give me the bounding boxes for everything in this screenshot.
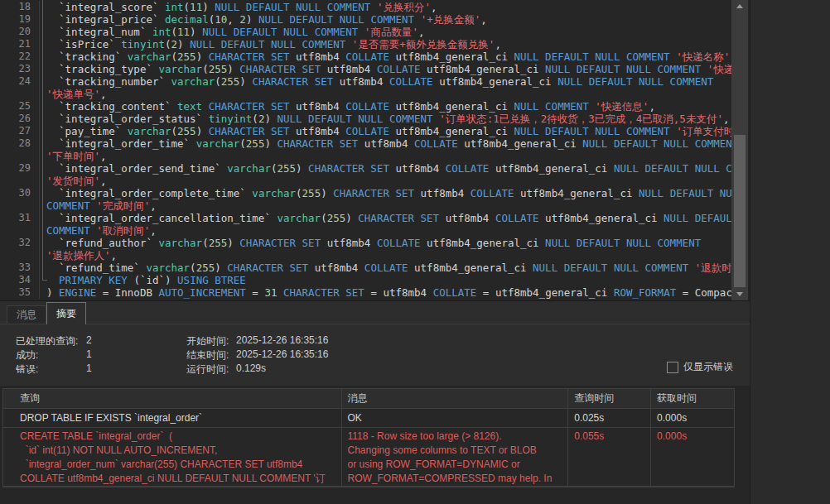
grid-cell: CREATE TABLE `integral_order` ( `id` int… [3, 428, 342, 486]
errors-value: 1 [86, 362, 92, 374]
code-line-text: '下单时间', [40, 150, 731, 162]
code-line: '下单时间', [0, 150, 731, 162]
line-number: 32 [0, 237, 40, 249]
grid-cell: OK [342, 409, 569, 427]
code-line-text: `tracking` varchar(255) CHARACTER SET ut… [40, 50, 731, 63]
scrollbar-thumb[interactable] [734, 135, 746, 287]
success-value: 1 [86, 348, 92, 360]
code-line-text: `pay_time` varchar(255) CHARACTER SET ut… [40, 125, 731, 137]
code-line: 27 `pay_time` varchar(255) CHARACTER SET… [0, 125, 731, 137]
grid-cell: 0.025s [568, 409, 651, 427]
line-number: 18 [0, 1, 40, 13]
tab-summary[interactable]: 摘要 [46, 302, 86, 324]
end-time-value: 2025-12-26 16:35:16 [236, 348, 328, 360]
result-tab-bar: 消息摘要 [0, 300, 750, 324]
tab-messages[interactable]: 消息 [7, 305, 46, 324]
code-line-text: `tracking_type` varchar(255) CHARACTER S… [40, 63, 731, 75]
line-number: 24 [0, 75, 40, 88]
line-number: 33 [0, 262, 40, 274]
code-line: 23 `tracking_type` varchar(255) CHARACTE… [0, 63, 731, 75]
grid-column-header[interactable]: 查询 [3, 389, 342, 408]
grid-cell: 0.055s [568, 428, 651, 486]
chevron-up-icon [736, 4, 743, 8]
code-line: '退款操作人', [0, 249, 731, 262]
line-number: 26 [0, 113, 40, 125]
result-grid: 查询消息查询时间获取时间DROP TABLE IF EXISTS `integr… [2, 388, 735, 487]
code-line-text: `integral_order_cancellation_time` varch… [40, 212, 731, 224]
code-line-text: `integral_order_time` varchar(255) CHARA… [40, 137, 731, 150]
code-line-text: `refund_time` varchar(255) CHARACTER SET… [40, 262, 731, 274]
grid-cell: 0.000s [651, 428, 734, 486]
line-number: 25 [0, 100, 40, 113]
code-line-text: COMMENT '完成时间', [40, 199, 731, 212]
grid-header-row: 查询消息查询时间获取时间 [3, 389, 734, 409]
code-fold-guide [42, 0, 47, 281]
code-line: 28 `integral_order_time` varchar(255) CH… [0, 137, 731, 150]
code-line-text: `isPrice` tinyint(2) NULL DEFAULT NULL C… [40, 38, 731, 50]
code-line: 32 `refund_author` varchar(255) CHARACTE… [0, 237, 731, 249]
line-number: 27 [0, 125, 40, 137]
database-tool-window: 18 `integral_score` int(11) NULL DEFAULT… [0, 0, 830, 504]
start-time-value: 2025-12-26 16:35:16 [236, 334, 328, 346]
editor-vertical-scrollbar[interactable] [731, 0, 748, 300]
code-line: 20 `integral_num` int(11) NULL DEFAULT N… [0, 26, 731, 38]
code-line: 24 `tracking_number` varchar(255) CHARAC… [0, 75, 731, 88]
grid-column-header[interactable]: 消息 [342, 389, 569, 408]
code-line: 19 `integral_price` decimal(10, 2) NULL … [0, 13, 731, 26]
line-number: 21 [0, 38, 40, 50]
code-line-text: COMMENT '取消时间', [40, 224, 731, 237]
code-line-text: `tracking_content` text CHARACTER SET ut… [40, 100, 731, 113]
grid-column-header[interactable]: 查询时间 [568, 389, 651, 408]
line-number [0, 249, 40, 262]
code-line-text: '快递单号', [40, 88, 731, 100]
summary-panel: 已处理的查询: 2 成功: 1 错误: 1 开始时间: 2025-12-26 1… [0, 324, 750, 386]
elapsed-time-value: 0.129s [236, 362, 266, 374]
line-number: 20 [0, 26, 40, 38]
line-number: 35 [0, 286, 40, 299]
elapsed-time-label: 运行时间: [186, 362, 229, 377]
start-time-label: 开始时间: [186, 334, 229, 348]
code-line-text: `integral_order_send_time` varchar(255) … [40, 162, 731, 175]
line-number: 34 [0, 274, 40, 286]
grid-cell: DROP TABLE IF EXISTS `integral_order` [3, 409, 342, 427]
code-line: 21 `isPrice` tinyint(2) NULL DEFAULT NUL… [0, 38, 731, 50]
result-row[interactable]: CREATE TABLE `integral_order` ( `id` int… [3, 428, 734, 487]
code-line: 33 `refund_time` varchar(255) CHARACTER … [0, 262, 731, 274]
code-line-text: `refund_author` varchar(255) CHARACTER S… [40, 237, 731, 249]
code-line-text: `tracking_number` varchar(255) CHARACTER… [40, 75, 731, 88]
line-number: 19 [0, 13, 40, 26]
success-label: 成功: [16, 348, 38, 362]
sql-editor[interactable]: 18 `integral_score` int(11) NULL DEFAULT… [0, 0, 750, 300]
line-number: 29 [0, 162, 40, 175]
code-line-text: `integral_num` int(11) NULL DEFAULT NULL… [40, 26, 731, 38]
code-line: '发货时间', [0, 175, 731, 187]
grid-cell: 1118 - Row size too large (> 8126). Chan… [342, 428, 569, 486]
code-line-text: '发货时间', [40, 175, 731, 187]
line-number [0, 175, 40, 187]
checkbox-box[interactable] [667, 362, 678, 373]
code-line: 31 `integral_order_cancellation_time` va… [0, 212, 731, 224]
chevron-down-icon [736, 292, 743, 296]
result-grid-panel: 查询消息查询时间获取时间DROP TABLE IF EXISTS `integr… [0, 386, 750, 504]
scroll-down-button[interactable] [731, 289, 748, 300]
line-number: 28 [0, 137, 40, 150]
right-side-panel [750, 0, 830, 504]
code-line-text: `integral_order_complete_time` varchar(2… [40, 187, 731, 199]
grid-column-header[interactable]: 获取时间 [651, 389, 734, 408]
code-line: COMMENT '完成时间', [0, 199, 731, 212]
code-line: 29 `integral_order_send_time` varchar(25… [0, 162, 731, 175]
scroll-up-button[interactable] [731, 1, 748, 12]
code-line-text: `integral_order_status` tinyint(2) NULL … [40, 113, 731, 125]
line-number: 23 [0, 63, 40, 75]
end-time-label: 结束时间: [186, 348, 229, 362]
line-number [0, 150, 40, 162]
code-line-text: `integral_price` decimal(10, 2) NULL DEF… [40, 13, 731, 26]
code-line-text: PRIMARY KEY (`id`) USING BTREE [40, 274, 731, 286]
code-line: 35) ENGINE = InnoDB AUTO_INCREMENT = 31 … [0, 286, 731, 299]
line-number: 22 [0, 50, 40, 63]
only-show-errors-checkbox[interactable]: 仅显示错误 [667, 360, 733, 374]
result-row[interactable]: DROP TABLE IF EXISTS `integral_order`OK0… [3, 409, 734, 428]
code-line: 22 `tracking` varchar(255) CHARACTER SET… [0, 50, 731, 63]
code-line: COMMENT '取消时间', [0, 224, 731, 237]
code-line: 18 `integral_score` int(11) NULL DEFAULT… [0, 1, 731, 13]
